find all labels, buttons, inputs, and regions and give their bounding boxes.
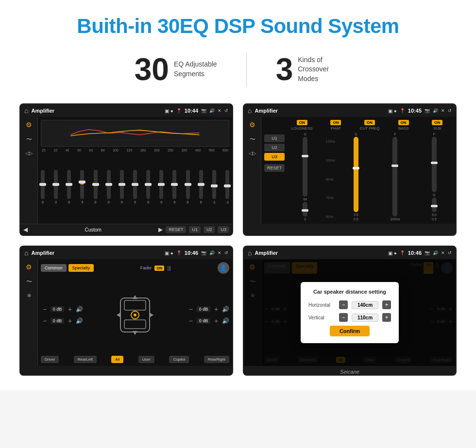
eq-slider-4[interactable]: 5 [80, 170, 84, 204]
eq-slider-11[interactable]: 0 [172, 170, 176, 204]
bass-slider[interactable] [392, 137, 397, 216]
eq-slider-12[interactable]: 0 [186, 170, 190, 204]
cross-reset-btn[interactable]: RESET [264, 164, 285, 172]
eq-slider-6[interactable]: 0 [107, 170, 111, 204]
watermark: Seicane [244, 369, 456, 375]
eq-slider-7[interactable]: 0 [120, 170, 124, 204]
cutfreq-slider[interactable] [354, 137, 358, 212]
sp-db-row-br: − 0 dB + 🔊 [187, 317, 229, 325]
sp-common-btn[interactable]: Common [41, 264, 67, 272]
home-icon-1[interactable]: ⌂ [24, 107, 28, 115]
sp-bt-icon[interactable]: ⊕ [27, 293, 31, 298]
location-icon-2: 📍 [400, 108, 405, 113]
eq-u3-btn[interactable]: U3 [218, 226, 229, 233]
loudness-on[interactable]: ON [297, 120, 307, 125]
sub-on[interactable]: ON [432, 120, 442, 125]
sub-slider[interactable] [432, 137, 437, 192]
back-icon-4[interactable]: ↺ [448, 250, 452, 255]
phat-on[interactable]: ON [330, 120, 341, 125]
sp-user-btn[interactable]: User [138, 356, 154, 363]
stat-crossover: 3 Kinds of Crossover Modes [247, 54, 371, 85]
sp-speaker-icon-br: 🔊 [222, 317, 229, 324]
back-icon-1[interactable]: ↺ [224, 108, 228, 113]
cross-wave-icon[interactable]: 〜 [250, 135, 255, 144]
cross-phat: ON PHAT [321, 120, 352, 131]
cross-sub: ON SUB [422, 120, 453, 131]
eq-reset-btn[interactable]: RESET [166, 226, 186, 233]
cross-loudness: ON LOUDNESS [287, 120, 318, 131]
eq-slider-14[interactable]: -1 [212, 170, 216, 204]
cross-u3-btn[interactable]: U3 [264, 153, 285, 161]
sp-rearright-btn[interactable]: RearRight [204, 356, 229, 363]
sp-minus-bl[interactable]: − [41, 317, 49, 325]
eq-u2-btn[interactable]: U2 [204, 226, 215, 233]
cutfreq-on[interactable]: ON [364, 120, 375, 125]
dist-vertical-plus[interactable]: + [382, 313, 391, 322]
eq-wave-icon[interactable]: 〜 [26, 135, 32, 144]
eq-volume-icon[interactable]: ◁▷ [25, 150, 33, 156]
eq-prev-btn[interactable]: ◀ [23, 226, 28, 233]
sp-minus-tl[interactable]: − [41, 305, 49, 313]
eq-bottom-bar: ◀ Custom ▶ RESET U1 U2 U3 [20, 224, 232, 235]
sp-fader-on[interactable]: ON [154, 265, 164, 271]
cross-vol-icon[interactable]: ◁▷ [249, 150, 256, 156]
eq-slider-15[interactable]: -1 [225, 170, 229, 204]
back-icon-3[interactable]: ↺ [224, 250, 228, 255]
home-icon-2[interactable]: ⌂ [248, 107, 252, 115]
dist-horizontal-plus[interactable]: + [382, 300, 391, 309]
camera-icon-3: 📷 [201, 250, 206, 255]
home-icon-4[interactable]: ⌂ [248, 249, 252, 257]
cross-u1-btn[interactable]: U1 [264, 134, 285, 142]
loudness-slider[interactable] [303, 137, 307, 197]
dist-main: ⚙ 〜 ⊕ Common Specialty Fader ON ||| [244, 259, 456, 366]
cross-u2-btn[interactable]: U2 [264, 144, 285, 151]
home-icon-3[interactable]: ⌂ [24, 249, 28, 257]
eq-slider-9[interactable]: 0 [146, 170, 150, 204]
sp-minus-br[interactable]: − [187, 317, 195, 325]
svg-marker-8 [133, 295, 137, 299]
back-icon-2[interactable]: ↺ [448, 108, 452, 113]
sp-minus-tr[interactable]: − [187, 305, 195, 313]
sp-db-tl: 0 dB [51, 306, 64, 312]
sp-plus-tl[interactable]: + [66, 305, 74, 313]
sp-car-diagram [87, 276, 183, 354]
bass-on[interactable]: ON [398, 120, 409, 125]
dist-confirm-btn[interactable]: Confirm [330, 326, 370, 336]
eq-slider-1[interactable]: 0 [41, 170, 45, 204]
screen-distance: ⌂ Amplifier ▣ ● 📍 10:46 📷 🔊 ✕ ↺ ⚙ 〜 ⊕ [243, 246, 457, 376]
dist-vertical-minus[interactable]: − [339, 313, 348, 322]
eq-slider-13[interactable]: 0 [199, 170, 203, 204]
app-name-3: Amplifier [31, 250, 162, 256]
sp-plus-br[interactable]: + [212, 317, 220, 325]
eq-u1-btn[interactable]: U1 [189, 226, 201, 233]
sp-plus-bl[interactable]: + [66, 317, 74, 325]
sp-db-br: 0 dB [197, 318, 210, 324]
sub-slider2[interactable] [432, 198, 437, 212]
svg-rect-4 [124, 300, 146, 310]
eq-slider-8[interactable]: 0 [133, 170, 137, 204]
sp-fader-slider[interactable]: ||| [167, 265, 171, 271]
eq-slider-10[interactable]: 0 [159, 170, 163, 204]
eq-slider-2[interactable]: 0 [54, 170, 58, 204]
sp-copilot-btn[interactable]: Copilot [169, 356, 189, 363]
eq-slider-3[interactable]: 0 [67, 170, 71, 204]
sp-filter-icon[interactable]: ⚙ [26, 263, 32, 271]
sp-plus-tr[interactable]: + [212, 305, 220, 313]
eq-slider-5[interactable]: 0 [94, 170, 98, 204]
loudness-slider2[interactable] [303, 202, 307, 216]
cutfreq-val: 3.9 [354, 213, 358, 216]
close-icon-4: ✕ [441, 250, 445, 255]
sp-all-btn[interactable]: All [111, 356, 123, 363]
cross-on-badges: ON LOUDNESS ON PHAT ON CUT FREQ [287, 120, 453, 131]
cutfreq-label: CUT FREQ [360, 126, 380, 131]
sp-driver-btn[interactable]: Driver [41, 356, 59, 363]
dist-horizontal-minus[interactable]: − [339, 300, 348, 309]
loudness-val: 64 [303, 198, 307, 201]
cross-filter-icon[interactable]: ⚙ [249, 121, 255, 129]
eq-filter-icon[interactable]: ⚙ [26, 121, 32, 129]
sp-specialty-btn[interactable]: Specialty [68, 264, 94, 272]
eq-next-btn[interactable]: ▶ [158, 226, 163, 233]
eq-sidebar: ⚙ 〜 ◁▷ [20, 117, 38, 224]
sp-wave-icon[interactable]: 〜 [26, 278, 32, 286]
sp-rearleft-btn[interactable]: RearLeft [74, 356, 97, 363]
